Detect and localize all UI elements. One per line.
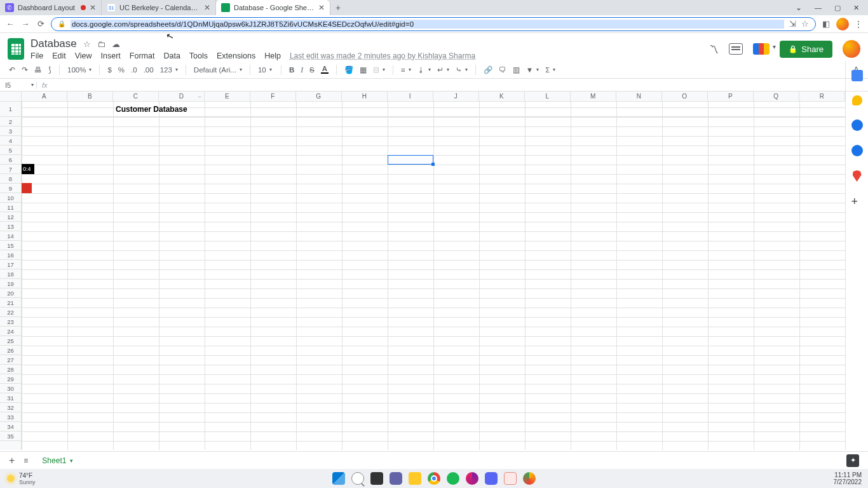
calendar-icon[interactable]: [851, 70, 863, 81]
addons-icon[interactable]: +: [851, 196, 863, 207]
row-header-11[interactable]: 11: [0, 203, 21, 212]
close-icon[interactable]: ✕: [90, 3, 96, 12]
sheet-tab-sheet1[interactable]: Sheet1: [37, 454, 78, 468]
chrome-canary-icon[interactable]: [523, 472, 536, 485]
decimal-decrease[interactable]: .0: [131, 66, 137, 74]
font-select[interactable]: Default (Ari...: [194, 66, 242, 74]
row-header-16[interactable]: 16: [0, 250, 21, 260]
menu-help[interactable]: Help: [264, 51, 281, 60]
explore-button[interactable]: [846, 454, 859, 467]
address-bar[interactable]: 🔒 docs.google.com/spreadsheets/d/1QDnMUj…: [51, 17, 816, 31]
menu-tools[interactable]: Tools: [189, 51, 208, 60]
close-window-icon[interactable]: ✕: [853, 4, 859, 12]
start-icon[interactable]: [332, 472, 345, 485]
col-header-l[interactable]: L: [525, 92, 571, 101]
row-header-29[interactable]: 29: [0, 374, 21, 384]
formula-input[interactable]: [48, 79, 868, 91]
strike-button[interactable]: S: [309, 66, 315, 74]
discord-icon[interactable]: [485, 472, 498, 485]
maximize-icon[interactable]: ▢: [834, 4, 841, 12]
add-sheet-button[interactable]: +: [9, 455, 15, 466]
sidepanel-icon[interactable]: ◧: [821, 19, 831, 29]
col-header-r[interactable]: R: [799, 92, 845, 101]
close-icon[interactable]: ✕: [204, 3, 210, 12]
col-header-p[interactable]: P: [708, 92, 754, 101]
star-icon[interactable]: ☆: [83, 39, 91, 49]
explorer-icon[interactable]: [409, 472, 421, 485]
percent-icon[interactable]: %: [118, 66, 125, 74]
spreadsheet-grid[interactable]: ABCDEFGHIJKLMNOPQR 123456789101112131415…: [0, 92, 845, 450]
contacts-icon[interactable]: [851, 145, 863, 156]
name-box[interactable]: I5: [0, 81, 37, 89]
row-header-24[interactable]: 24: [0, 327, 21, 336]
col-header-e[interactable]: E: [205, 92, 250, 101]
cloud-icon[interactable]: ☁: [112, 39, 120, 49]
tab-database[interactable]: Database - Google Sheets ✕: [216, 0, 330, 15]
row-header-5[interactable]: 5: [0, 146, 21, 155]
menu-edit[interactable]: Edit: [52, 51, 66, 60]
chat-icon[interactable]: [390, 472, 402, 485]
last-edit[interactable]: Last edit was made 2 minutes ago by Kish…: [290, 51, 475, 60]
profile-avatar[interactable]: [836, 18, 849, 30]
col-header-d[interactable]: D: [159, 92, 205, 101]
row-header-3[interactable]: 3: [0, 126, 21, 136]
row-header-10[interactable]: 10: [0, 193, 21, 203]
reload-icon[interactable]: ⟳: [36, 19, 46, 29]
filter-icon[interactable]: ▼: [526, 66, 539, 74]
new-tab-button[interactable]: +: [330, 0, 346, 15]
col-header-c[interactable]: C: [113, 92, 159, 101]
row-header-35[interactable]: 35: [0, 431, 21, 441]
row-header-20[interactable]: 20: [0, 288, 21, 298]
share-button[interactable]: Share: [780, 41, 832, 58]
tab-dashboard[interactable]: ✆ Dashboard Layout ✕: [0, 0, 102, 15]
col-header-f[interactable]: F: [250, 92, 296, 101]
menu-file[interactable]: File: [31, 51, 43, 60]
move-icon[interactable]: 🗀: [97, 39, 105, 49]
menu-format[interactable]: Format: [130, 51, 155, 60]
star-icon[interactable]: ☆: [801, 19, 809, 29]
minimize-icon[interactable]: —: [815, 4, 822, 11]
keep-icon[interactable]: [852, 95, 862, 105]
sheets-logo-icon[interactable]: [8, 38, 24, 60]
bold-button[interactable]: B: [289, 66, 294, 74]
tabsearch-icon[interactable]: ⌄: [796, 3, 802, 12]
print-icon[interactable]: 🖶: [34, 66, 42, 74]
menu-icon[interactable]: ⋮: [854, 19, 863, 29]
halign-button[interactable]: ≡: [401, 66, 411, 74]
forward-icon[interactable]: →: [20, 19, 31, 29]
row-header-2[interactable]: 2: [0, 117, 21, 126]
col-header-q[interactable]: Q: [754, 92, 799, 101]
row-header-33[interactable]: 33: [0, 412, 21, 422]
row-header-15[interactable]: 15: [0, 241, 21, 250]
row-header-28[interactable]: 28: [0, 365, 21, 374]
row-header-1[interactable]: 1: [0, 102, 21, 117]
weather-widget[interactable]: 74°F Sunny: [6, 472, 36, 485]
row-headers[interactable]: 1234567891011121314151617181920212223242…: [0, 102, 22, 450]
spotify-icon[interactable]: [447, 472, 459, 485]
col-header-b[interactable]: B: [67, 92, 113, 101]
chart-icon[interactable]: ▥: [513, 65, 520, 74]
paint-format-icon[interactable]: ⟆: [48, 65, 51, 74]
search-icon[interactable]: [351, 472, 364, 485]
taskview-icon[interactable]: [370, 472, 383, 485]
row-header-17[interactable]: 17: [0, 260, 21, 269]
back-icon[interactable]: ←: [5, 19, 15, 29]
select-all-corner[interactable]: [0, 92, 22, 102]
row-header-34[interactable]: 34: [0, 422, 21, 431]
col-header-o[interactable]: O: [662, 92, 708, 101]
app-icon-2[interactable]: [504, 472, 517, 485]
col-header-k[interactable]: K: [479, 92, 525, 101]
menu-insert[interactable]: Insert: [101, 51, 121, 60]
col-header-m[interactable]: M: [571, 92, 616, 101]
column-headers[interactable]: ABCDEFGHIJKLMNOPQR: [22, 92, 845, 102]
tasks-icon[interactable]: [851, 119, 863, 131]
row-header-31[interactable]: 31: [0, 393, 21, 403]
chrome-icon[interactable]: [428, 472, 440, 485]
account-avatar[interactable]: [843, 40, 860, 58]
col-header-i[interactable]: I: [388, 92, 433, 101]
row-header-12[interactable]: 12: [0, 212, 21, 222]
col-header-g[interactable]: G: [296, 92, 342, 101]
functions-icon[interactable]: Σ: [545, 66, 555, 74]
close-icon[interactable]: ✕: [318, 3, 325, 12]
row-header-30[interactable]: 30: [0, 384, 21, 393]
